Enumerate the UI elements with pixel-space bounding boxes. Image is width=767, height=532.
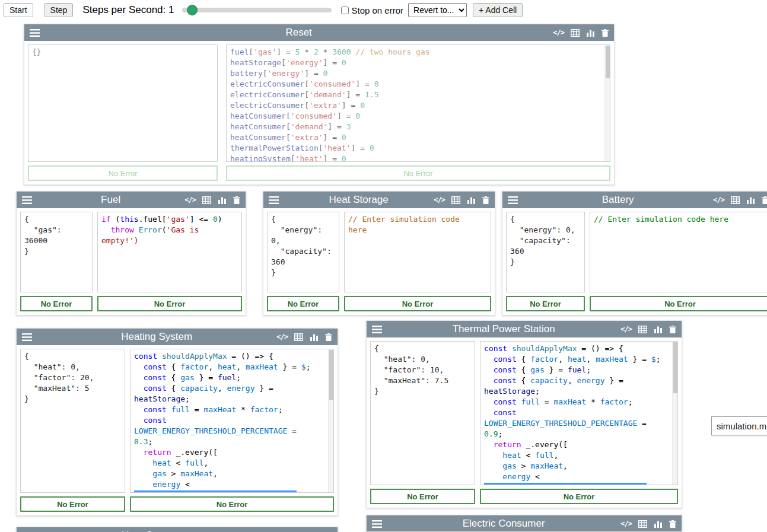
code-editor[interactable]: if (this.fuel['gas'] <= 0) throw Error('…: [97, 212, 242, 292]
cell-title: Fuel: [37, 194, 184, 206]
code-icon[interactable]: </>: [276, 333, 288, 341]
state-editor[interactable]: { "heat": 0, "factor": 20, "maxHeat": 5 …: [20, 349, 125, 493]
menu-icon[interactable]: [372, 520, 382, 528]
state-error-badge: No Error: [370, 489, 475, 504]
menu-icon[interactable]: [508, 196, 518, 204]
code-error-badge: No Error: [97, 296, 242, 311]
add-cell-button[interactable]: + Add Cell: [473, 3, 523, 17]
code-icon[interactable]: </>: [184, 196, 196, 204]
cell-heat-consumer: Heat Consumer </>: [16, 527, 338, 532]
code-error-badge: No Error: [130, 496, 334, 512]
code-editor[interactable]: fuel['gas'] = 5 * 2 * 3600 // two hours …: [226, 44, 610, 162]
toolbar: Start Step Steps per Second: 1 Stop on e…: [0, 0, 767, 20]
chart-icon[interactable]: [310, 333, 319, 341]
state-error-badge: No Error: [506, 296, 585, 311]
cell-fuel-header: Fuel </>: [17, 192, 246, 208]
speed-label: Steps per Second: 1: [82, 4, 174, 16]
stop-on-error-label[interactable]: Stop on error: [351, 5, 403, 15]
trash-icon[interactable]: [669, 520, 676, 528]
cell-electric-consumer: Electric Consumer </>: [366, 515, 682, 532]
code-editor[interactable]: // Enter simulation code here: [590, 212, 767, 292]
state-editor[interactable]: {}: [28, 44, 218, 162]
speed-value: 1: [168, 4, 174, 15]
table-icon[interactable]: [202, 196, 211, 204]
chart-icon[interactable]: [586, 29, 595, 37]
state-editor[interactable]: { "energy": 0, "capacity": 360 }: [267, 212, 339, 292]
cell-electric-consumer-header: Electric Consumer </>: [367, 515, 682, 532]
cell-thermal-power-station: Thermal Power Station </> { "heat": 0, "…: [366, 320, 682, 508]
chart-icon[interactable]: [654, 520, 663, 528]
state-editor[interactable]: { "energy": 0, "capacity": 360 }: [506, 212, 585, 292]
trash-icon[interactable]: [233, 196, 240, 204]
cell-title: Thermal Power Station: [387, 323, 620, 335]
tooltip: simulation.m: [711, 416, 767, 435]
state-error-badge: No Error: [267, 296, 339, 311]
state-error-badge: No Error: [20, 296, 93, 311]
app-root: Start Step Steps per Second: 1 Stop on e…: [0, 0, 767, 532]
table-icon[interactable]: [731, 196, 740, 204]
cell-heat-consumer-header: Heat Consumer </>: [17, 527, 338, 532]
code-icon[interactable]: </>: [620, 325, 632, 333]
state-editor[interactable]: { "heat": 0, "factor": 10, "maxHeat": 7.…: [370, 341, 475, 485]
cell-heating-system: Heating System </> { "heat": 0, "factor"…: [16, 328, 338, 516]
cell-title: Heating System: [37, 331, 276, 343]
code-error-badge: No Error: [226, 165, 610, 181]
menu-icon[interactable]: [269, 196, 279, 204]
speed-slider-thumb[interactable]: [187, 5, 198, 15]
trash-icon[interactable]: [762, 196, 767, 204]
step-button[interactable]: Step: [44, 3, 74, 17]
cell-title: Battery: [523, 194, 713, 206]
code-icon[interactable]: </>: [553, 28, 564, 37]
cell-battery-header: Battery </>: [502, 192, 767, 208]
state-error-badge: No Error: [20, 496, 125, 512]
cell-heat-storage-header: Heat Storage </>: [263, 192, 495, 208]
cell-title: Reset: [44, 27, 553, 39]
state-error-badge: No Error: [28, 165, 218, 181]
code-editor[interactable]: // Enter simulation codehere: [344, 212, 491, 292]
code-icon[interactable]: </>: [434, 196, 445, 204]
cell-heating-system-header: Heating System </>: [17, 329, 338, 345]
trash-icon[interactable]: [669, 326, 676, 333]
code-error-badge: No Error: [480, 489, 678, 504]
cell-heat-storage: Heat Storage </> { "energy": 0, "capacit…: [263, 191, 495, 316]
code-icon[interactable]: </>: [713, 196, 724, 204]
menu-icon[interactable]: [30, 29, 40, 37]
table-icon[interactable]: [451, 196, 460, 204]
menu-icon[interactable]: [22, 333, 32, 341]
stop-on-error-checkbox[interactable]: [341, 7, 349, 14]
revert-select[interactable]: Revert to...: [408, 3, 467, 17]
state-editor[interactable]: { "gas": 36000 }: [20, 212, 93, 292]
chart-icon[interactable]: [746, 196, 755, 204]
table-icon[interactable]: [638, 520, 647, 528]
cell-reset: Reset </> {} fuel['gas'] = 5 * 2 * 3600 …: [24, 24, 615, 185]
cell-title: Heat Consumer: [37, 530, 276, 532]
cell-battery: Battery </> { "energy": 0, "capacity": 3…: [502, 191, 767, 316]
code-editor[interactable]: const shouldApplyMax = () => { const { f…: [480, 341, 678, 485]
trash-icon[interactable]: [601, 29, 609, 37]
cell-title: Electric Consumer: [387, 518, 620, 530]
table-icon[interactable]: [638, 326, 647, 333]
cell-reset-header: Reset </>: [24, 24, 614, 41]
code-editor[interactable]: const shouldApplyMax = () => { const { f…: [130, 349, 334, 493]
chart-icon[interactable]: [467, 196, 476, 204]
trash-icon[interactable]: [325, 333, 332, 341]
cell-title: Heat Storage: [284, 194, 434, 206]
code-error-badge: No Error: [344, 296, 491, 311]
table-icon[interactable]: [571, 29, 580, 37]
chart-icon[interactable]: [654, 326, 663, 333]
table-icon[interactable]: [294, 333, 303, 341]
code-error-badge: No Error: [590, 296, 767, 311]
start-button[interactable]: Start: [4, 3, 33, 17]
menu-icon[interactable]: [22, 196, 32, 204]
cell-fuel: Fuel </> { "gas": 36000 } if (this.fuel[…: [16, 191, 246, 316]
chart-icon[interactable]: [218, 196, 227, 204]
scrollbar[interactable]: [604, 45, 610, 161]
trash-icon[interactable]: [482, 196, 489, 204]
stop-on-error-group: Stop on error: [341, 5, 403, 15]
code-icon[interactable]: </>: [620, 520, 632, 528]
menu-icon[interactable]: [372, 326, 382, 333]
cell-thermal-header: Thermal Power Station </>: [367, 321, 682, 337]
scrollbar[interactable]: [328, 349, 333, 492]
speed-slider[interactable]: [182, 8, 332, 12]
scrollbar[interactable]: [672, 342, 677, 485]
